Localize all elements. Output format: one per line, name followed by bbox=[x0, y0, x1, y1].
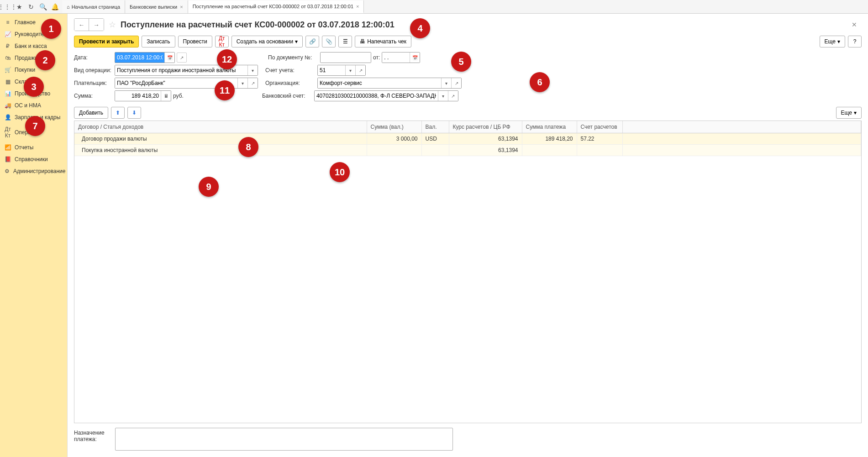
payer-label: Плательщик: bbox=[74, 80, 113, 86]
annotation-marker: 4 bbox=[410, 18, 430, 38]
create-based-button[interactable]: Создать на основании ▾ bbox=[231, 36, 303, 47]
sidebar-item[interactable]: ⚙Администрирование bbox=[0, 165, 67, 177]
from-date-input[interactable]: 📅 bbox=[382, 52, 420, 63]
move-up-icon[interactable]: ⬆ bbox=[111, 107, 125, 119]
annotation-marker: 5 bbox=[451, 52, 471, 72]
sidebar-label: Банк и касса bbox=[15, 43, 47, 49]
bell-icon[interactable]: 🔔 bbox=[49, 1, 60, 12]
sidebar-icon: 🚚 bbox=[5, 102, 11, 109]
col-contract[interactable]: Договор / Статья доходов bbox=[74, 121, 367, 133]
annotation-marker: 10 bbox=[330, 162, 350, 182]
col-acc[interactable]: Счет расчетов bbox=[577, 121, 622, 133]
purpose-label: Назначение платежа: bbox=[74, 428, 110, 451]
tab-close-icon[interactable]: × bbox=[356, 4, 359, 9]
purpose-textarea[interactable] bbox=[115, 428, 453, 451]
tab-close-icon[interactable]: × bbox=[180, 4, 183, 10]
help-icon[interactable]: ? bbox=[848, 36, 862, 47]
sidebar-label: Продажи bbox=[15, 55, 37, 61]
main-area: ← → ☆ Поступление на расчетный счет КС00… bbox=[68, 14, 868, 457]
calc-icon[interactable]: 🖩 bbox=[161, 91, 171, 101]
col-sum-pay[interactable]: Сумма платежа bbox=[522, 121, 577, 133]
annotation-marker: 12 bbox=[217, 49, 237, 69]
sidebar-item[interactable]: ₽Банк и касса bbox=[0, 40, 67, 52]
chevron-down-icon[interactable]: ▾ bbox=[237, 78, 247, 88]
account-input[interactable]: ▾ ↗ bbox=[317, 65, 366, 76]
date-input[interactable]: 📅 bbox=[115, 52, 175, 63]
sidebar-item[interactable]: 🛒Покупки bbox=[0, 64, 67, 76]
sidebar-icon: 🛒 bbox=[5, 67, 11, 73]
sidebar-icon: 📶 bbox=[5, 144, 11, 151]
move-down-icon[interactable]: ⬇ bbox=[127, 107, 141, 119]
open-icon[interactable]: ↗ bbox=[247, 78, 258, 88]
sum-label: Сумма: bbox=[74, 93, 113, 99]
history-icon[interactable]: ↻ bbox=[26, 1, 37, 12]
tab-label: Начальная страница bbox=[72, 4, 120, 10]
sidebar-item[interactable]: 📶Отчеты bbox=[0, 142, 67, 153]
annotation-marker: 7 bbox=[25, 116, 45, 136]
tab[interactable]: Поступление на расчетный счет КС00-00000… bbox=[188, 0, 364, 13]
chevron-down-icon[interactable]: ▾ bbox=[345, 65, 355, 75]
col-curr[interactable]: Вал. bbox=[421, 121, 449, 133]
docnum-input[interactable] bbox=[320, 52, 371, 63]
top-bar: ⋮⋮⋮ ★ ↻ 🔍 🔔 ⌂Начальная страницаБанковски… bbox=[0, 0, 868, 14]
open-icon[interactable]: ↗ bbox=[355, 65, 365, 75]
annotation-marker: 9 bbox=[199, 177, 219, 197]
link-icon[interactable]: 🔗 bbox=[305, 36, 319, 47]
org-label: Организация: bbox=[265, 80, 316, 86]
sidebar-icon: ▦ bbox=[5, 79, 11, 85]
chevron-down-icon[interactable]: ▾ bbox=[441, 78, 451, 88]
sidebar-item[interactable]: 🚚ОС и НМА bbox=[0, 100, 67, 111]
calendar-icon[interactable]: 📅 bbox=[164, 53, 174, 63]
print-check-button[interactable]: 🖶 Напечатать чек bbox=[355, 36, 411, 47]
page-title: Поступление на расчетный счет КС00-00000… bbox=[121, 20, 395, 30]
open-icon[interactable]: ↗ bbox=[451, 78, 461, 88]
apps-icon[interactable]: ⋮⋮⋮ bbox=[2, 1, 13, 12]
attach-icon[interactable]: 📎 bbox=[322, 36, 336, 47]
sidebar-item[interactable]: 📕Справочники bbox=[0, 153, 67, 165]
nav-forward-button[interactable]: → bbox=[89, 19, 104, 31]
more-button[interactable]: Еще ▾ bbox=[820, 36, 845, 47]
post-button[interactable]: Провести bbox=[178, 36, 212, 47]
details-table: Договор / Статья доходов Сумма (вал.) Ва… bbox=[74, 121, 861, 156]
col-rate[interactable]: Курс расчетов / ЦБ РФ bbox=[449, 121, 522, 133]
list-icon[interactable]: ☰ bbox=[338, 36, 352, 47]
sidebar-label: Администрирование bbox=[13, 168, 65, 174]
table-row[interactable]: Договор продажи валюты3 000,00USD63,1394… bbox=[74, 133, 861, 145]
docnum-label: По документу №: bbox=[268, 54, 318, 61]
account-label: Счет учета: bbox=[265, 67, 316, 74]
sum-input[interactable]: 🖩 bbox=[115, 90, 171, 101]
sidebar-icon: 📊 bbox=[5, 90, 11, 97]
tab-label: Поступление на расчетный счет КС00-00000… bbox=[193, 4, 353, 9]
nav-arrows: ← → bbox=[74, 18, 104, 31]
sidebar-item[interactable]: 🛍Продажи bbox=[0, 52, 67, 64]
open-icon[interactable]: ↗ bbox=[448, 91, 458, 101]
post-close-button[interactable]: Провести и закрыть bbox=[74, 36, 139, 47]
favorite-star-icon[interactable]: ☆ bbox=[109, 20, 116, 30]
chevron-down-icon[interactable]: ▾ bbox=[247, 65, 258, 75]
payer-input[interactable]: ▾ ↗ bbox=[115, 78, 258, 89]
write-button[interactable]: Записать bbox=[142, 36, 175, 47]
close-icon[interactable]: ✕ bbox=[852, 21, 862, 28]
sidebar-label: Отчеты bbox=[15, 144, 33, 151]
org-input[interactable]: ▾ ↗ bbox=[317, 78, 462, 89]
optype-input[interactable]: ▾ bbox=[115, 65, 258, 76]
chevron-down-icon[interactable]: ▾ bbox=[438, 91, 448, 101]
col-sum-curr[interactable]: Сумма (вал.) bbox=[367, 121, 421, 133]
table-row[interactable]: Покупка иностранной валюты63,1394 bbox=[74, 145, 861, 156]
annotation-marker: 8 bbox=[238, 137, 258, 157]
sum-unit: руб. bbox=[173, 93, 184, 99]
bankacc-input[interactable]: ▾ ↗ bbox=[314, 90, 458, 101]
search-icon[interactable]: 🔍 bbox=[37, 1, 48, 12]
sidebar-label: ОС и НМА bbox=[15, 102, 41, 109]
add-row-button[interactable]: Добавить bbox=[74, 107, 108, 119]
tab[interactable]: Банковские выписки× bbox=[125, 0, 188, 13]
tab[interactable]: ⌂Начальная страница bbox=[62, 0, 125, 13]
star-icon[interactable]: ★ bbox=[14, 1, 25, 12]
table-more-button[interactable]: Еще ▾ bbox=[836, 107, 862, 119]
tabs: ⌂Начальная страницаБанковские выписки×По… bbox=[62, 0, 364, 14]
annotation-marker: 2 bbox=[35, 50, 55, 70]
open-icon[interactable]: ↗ bbox=[177, 53, 187, 63]
calendar-icon[interactable]: 📅 bbox=[410, 53, 420, 63]
nav-back-button[interactable]: ← bbox=[74, 19, 89, 31]
movements-icon[interactable]: ДтКт bbox=[215, 36, 229, 47]
